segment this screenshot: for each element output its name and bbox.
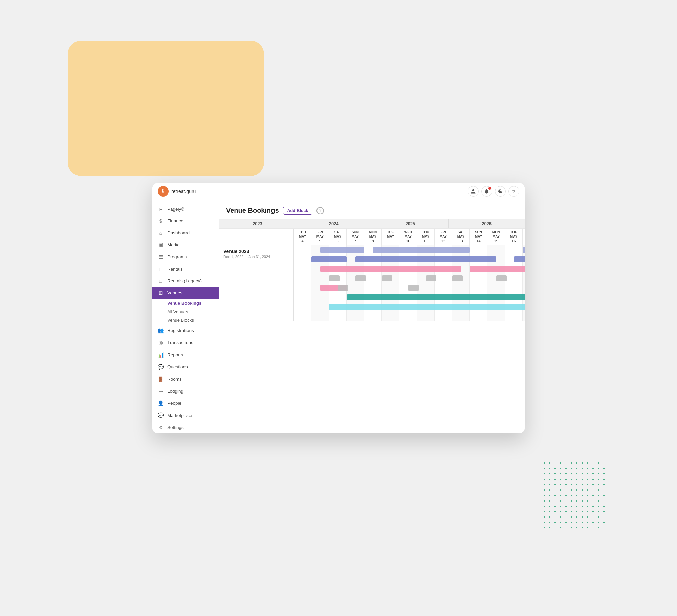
sub-item-label: Venue Bookings (167, 301, 201, 306)
gantt-cell (505, 283, 523, 293)
gantt-cell (470, 312, 487, 321)
day-header-13: WEDMAY17 (523, 229, 525, 245)
gantt-row (294, 274, 525, 283)
gantt-bar (329, 275, 340, 281)
gantt-cell (364, 283, 382, 293)
sidebar-item-pagely[interactable]: F Pagely® (152, 203, 219, 215)
gantt-cell (470, 274, 487, 283)
year-tab-2024[interactable]: 2024 (296, 219, 372, 228)
sidebar-item-dashboard[interactable]: ⌂ Dashboard (152, 227, 219, 239)
sidebar-item-finance[interactable]: $ Finance (152, 215, 219, 227)
help-btn[interactable]: ? (508, 186, 519, 197)
notification-btn[interactable] (481, 186, 492, 197)
gantt-cell (399, 274, 417, 283)
rentals-legacy-icon: □ (158, 278, 164, 284)
gantt-bar (514, 256, 525, 262)
gantt-cell (294, 274, 311, 283)
day-header-11: MONMAY15 (487, 229, 505, 245)
day-header-7: THUMAY11 (417, 229, 435, 245)
calendar-area[interactable]: THUMAY4FRIMAY5SATMAY6SUNMAY7MONMAY8TUEMA… (219, 229, 525, 433)
day-header-8: FRIMAY12 (435, 229, 452, 245)
sidebar-item-label: Pagely® (167, 207, 184, 212)
transactions-icon: ◎ (158, 340, 164, 346)
gantt-cell (382, 283, 399, 293)
user-icon-btn[interactable] (468, 186, 479, 197)
content-header: Venue Bookings Add Block ? (219, 200, 525, 219)
content-area: Venue Bookings Add Block ? 2023 2024 202… (219, 200, 525, 433)
gantt-cell (311, 293, 329, 302)
reports-icon: 📊 (158, 352, 164, 358)
dark-mode-btn[interactable] (495, 186, 506, 197)
year-tab-2026[interactable]: 2026 (449, 219, 525, 228)
sidebar-item-rentals-legacy[interactable]: □ Rentals (Legacy) (152, 275, 219, 287)
sidebar-item-people[interactable]: 👤 People (152, 397, 219, 409)
day-headers: THUMAY4FRIMAY5SATMAY6SUNMAY7MONMAY8TUEMA… (294, 229, 525, 245)
year-tab-2025[interactable]: 2025 (372, 219, 449, 228)
gantt-cell (487, 312, 505, 321)
gantt-cell (505, 245, 523, 255)
sidebar-item-label: Registrations (167, 328, 194, 333)
gantt-cell (382, 312, 399, 321)
gantt-bar (355, 256, 496, 262)
sidebar-item-settings[interactable]: ⚙ Settings (152, 422, 219, 433)
gantt-bar (347, 294, 525, 300)
day-header-1: FRIMAY5 (311, 229, 329, 245)
gantt-cell (523, 283, 525, 293)
sidebar-item-transactions[interactable]: ◎ Transactions (152, 337, 219, 349)
svg-point-0 (162, 191, 164, 192)
gantt-bar (426, 275, 436, 281)
sidebar-item-programs[interactable]: ☰ Programs (152, 251, 219, 263)
registrations-icon: 👥 (158, 327, 164, 334)
gantt-cell (452, 312, 470, 321)
sidebar-item-media[interactable]: ▣ Media (152, 239, 219, 251)
notification-dot (488, 187, 491, 190)
sidebar-item-reports[interactable]: 📊 Reports (152, 349, 219, 361)
gantt-area (294, 245, 525, 321)
gantt-cell (347, 312, 364, 321)
dot-grid-decoration (542, 460, 609, 528)
background-decoration (68, 41, 264, 176)
gantt-cell (311, 302, 329, 312)
day-header-2: SATMAY6 (329, 229, 347, 245)
gantt-cell (487, 283, 505, 293)
sidebar-sub-venue-blocks[interactable]: Venue Blocks (152, 316, 219, 324)
sidebar-item-label: Transactions (167, 340, 193, 345)
gantt-bar (523, 247, 525, 253)
gantt-cell (347, 283, 364, 293)
year-tab-2023[interactable]: 2023 (219, 219, 296, 228)
gantt-cell (505, 274, 523, 283)
gantt-cell (470, 245, 487, 255)
sidebar-item-label: Programs (167, 254, 187, 259)
sidebar-item-registrations[interactable]: 👥 Registrations (152, 324, 219, 337)
gantt-bar (452, 275, 463, 281)
sidebar-item-label: Marketplace (167, 413, 192, 418)
venue-date: Dec 1, 2022 to Jan 31, 2024 (223, 255, 289, 259)
sidebar-item-rentals[interactable]: □ Rentals (152, 263, 219, 275)
gantt-bar (320, 266, 373, 272)
logo-area: retreat.guru (158, 186, 468, 197)
gantt-cell (523, 312, 525, 321)
day-header-5: TUEMAY9 (382, 229, 399, 245)
sidebar-item-rooms[interactable]: 🚪 Rooms (152, 373, 219, 385)
gantt-cell (294, 293, 311, 302)
topbar: retreat.guru ? (152, 183, 525, 200)
gantt-cell (417, 283, 435, 293)
sidebar-item-marketplace[interactable]: 💬 Marketplace (152, 409, 219, 422)
rentals-icon: □ (158, 266, 164, 272)
rooms-icon: 🚪 (158, 376, 164, 382)
gantt-cell (470, 283, 487, 293)
sidebar-item-venues[interactable]: ⊞ Venues (152, 287, 219, 299)
gantt-bar (496, 275, 507, 281)
day-header-9: SATMAY13 (452, 229, 470, 245)
sidebar-sub-all-venues[interactable]: All Venues (152, 307, 219, 316)
gantt-cell (364, 274, 382, 283)
sidebar-sub-venue-bookings[interactable]: Venue Bookings (152, 299, 219, 307)
sidebar-item-questions[interactable]: 💬 Questions (152, 361, 219, 373)
gantt-bar (355, 275, 366, 281)
logo-text: retreat.guru (171, 189, 196, 194)
gantt-cell (523, 274, 525, 283)
sidebar-item-lodging[interactable]: 🛏 Lodging (152, 385, 219, 397)
add-block-button[interactable]: Add Block (283, 207, 313, 215)
gantt-cell (329, 293, 347, 302)
help-circle-icon[interactable]: ? (316, 207, 324, 214)
